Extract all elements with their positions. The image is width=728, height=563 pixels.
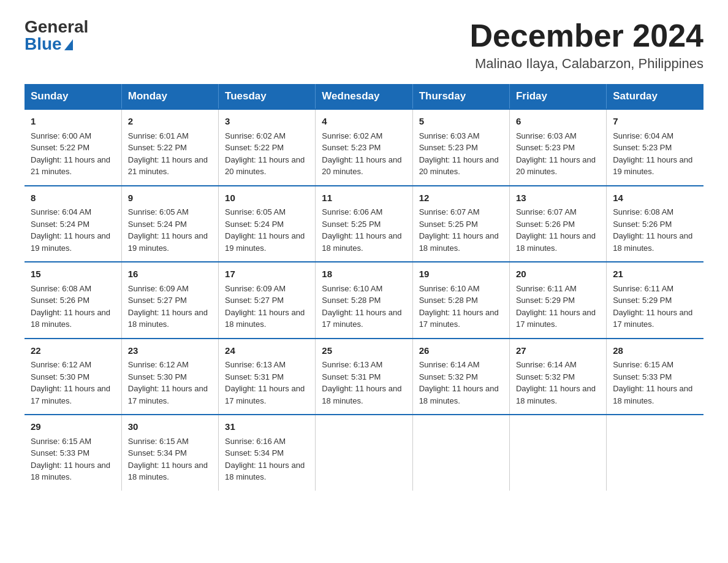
calendar-week-row: 29 Sunrise: 6:15 AMSunset: 5:33 PMDaylig… [25,415,703,491]
calendar-week-row: 15 Sunrise: 6:08 AMSunset: 5:26 PMDaylig… [25,262,703,339]
day-number: 23 [128,344,212,358]
day-info: Sunrise: 6:07 AMSunset: 5:26 PMDaylight:… [516,207,596,253]
calendar-cell: 10 Sunrise: 6:05 AMSunset: 5:24 PMDaylig… [219,186,316,262]
column-header-saturday: Saturday [607,84,703,109]
calendar-cell: 1 Sunrise: 6:00 AMSunset: 5:22 PMDayligh… [25,109,121,186]
day-info: Sunrise: 6:04 AMSunset: 5:24 PMDaylight:… [31,207,110,253]
calendar-cell: 9 Sunrise: 6:05 AMSunset: 5:24 PMDayligh… [121,186,218,262]
logo-general-text: General [25,18,88,36]
calendar-cell: 20 Sunrise: 6:11 AMSunset: 5:29 PMDaylig… [509,262,606,339]
calendar-cell: 13 Sunrise: 6:07 AMSunset: 5:26 PMDaylig… [509,186,606,262]
day-number: 15 [31,267,115,282]
calendar-cell: 25 Sunrise: 6:13 AMSunset: 5:31 PMDaylig… [316,339,412,415]
calendar-cell: 17 Sunrise: 6:09 AMSunset: 5:27 PMDaylig… [219,262,316,339]
day-info: Sunrise: 6:12 AMSunset: 5:30 PMDaylight:… [31,360,110,405]
day-number: 25 [322,344,406,358]
day-number: 22 [31,344,115,358]
day-number: 30 [128,420,212,434]
day-number: 10 [225,191,309,205]
day-info: Sunrise: 6:07 AMSunset: 5:25 PMDaylight:… [419,207,499,253]
day-number: 20 [516,267,600,282]
calendar-cell: 27 Sunrise: 6:14 AMSunset: 5:32 PMDaylig… [509,339,606,415]
day-number: 17 [225,267,309,282]
day-number: 16 [128,267,212,282]
calendar-cell: 14 Sunrise: 6:08 AMSunset: 5:26 PMDaylig… [607,186,703,262]
calendar-cell: 16 Sunrise: 6:09 AMSunset: 5:27 PMDaylig… [121,262,218,339]
day-info: Sunrise: 6:11 AMSunset: 5:29 PMDaylight:… [516,284,596,329]
logo: General Blue [25,18,88,53]
location-subtitle: Malinao Ilaya, Calabarzon, Philippines [469,56,703,72]
calendar-cell: 6 Sunrise: 6:03 AMSunset: 5:23 PMDayligh… [509,109,606,186]
calendar-header-row: SundayMondayTuesdayWednesdayThursdayFrid… [25,84,703,109]
day-info: Sunrise: 6:15 AMSunset: 5:33 PMDaylight:… [31,437,110,482]
day-info: Sunrise: 6:01 AMSunset: 5:22 PMDaylight:… [128,131,208,177]
day-number: 6 [516,115,600,129]
calendar-cell: 3 Sunrise: 6:02 AMSunset: 5:22 PMDayligh… [219,109,316,186]
day-info: Sunrise: 6:05 AMSunset: 5:24 PMDaylight:… [225,207,305,253]
column-header-tuesday: Tuesday [219,84,316,109]
column-header-sunday: Sunday [25,84,121,109]
column-header-wednesday: Wednesday [316,84,412,109]
day-number: 8 [31,191,115,205]
day-info: Sunrise: 6:15 AMSunset: 5:34 PMDaylight:… [128,437,208,482]
day-info: Sunrise: 6:15 AMSunset: 5:33 PMDaylight:… [613,360,692,405]
calendar-cell [316,415,412,491]
day-number: 24 [225,344,309,358]
calendar-cell: 7 Sunrise: 6:04 AMSunset: 5:23 PMDayligh… [607,109,703,186]
day-number: 12 [419,191,503,205]
title-block: December 2024 Malinao Ilaya, Calabarzon,… [469,18,703,72]
calendar-cell: 28 Sunrise: 6:15 AMSunset: 5:33 PMDaylig… [607,339,703,415]
month-title: December 2024 [469,18,703,53]
logo-triangle-icon [64,39,73,50]
day-info: Sunrise: 6:09 AMSunset: 5:27 PMDaylight:… [128,284,208,329]
calendar-cell: 23 Sunrise: 6:12 AMSunset: 5:30 PMDaylig… [121,339,218,415]
calendar-week-row: 8 Sunrise: 6:04 AMSunset: 5:24 PMDayligh… [25,186,703,262]
column-header-friday: Friday [509,84,606,109]
day-info: Sunrise: 6:16 AMSunset: 5:34 PMDaylight:… [225,437,305,482]
day-number: 11 [322,191,406,205]
calendar-week-row: 1 Sunrise: 6:00 AMSunset: 5:22 PMDayligh… [25,109,703,186]
calendar-cell: 4 Sunrise: 6:02 AMSunset: 5:23 PMDayligh… [316,109,412,186]
day-number: 1 [31,115,115,129]
day-number: 19 [419,267,503,282]
calendar-cell: 31 Sunrise: 6:16 AMSunset: 5:34 PMDaylig… [219,415,316,491]
day-number: 31 [225,420,309,434]
calendar-cell: 30 Sunrise: 6:15 AMSunset: 5:34 PMDaylig… [121,415,218,491]
calendar-table: SundayMondayTuesdayWednesdayThursdayFrid… [25,84,703,491]
calendar-cell: 18 Sunrise: 6:10 AMSunset: 5:28 PMDaylig… [316,262,412,339]
day-info: Sunrise: 6:10 AMSunset: 5:28 PMDaylight:… [322,284,401,329]
day-number: 26 [419,344,503,358]
day-number: 5 [419,115,503,129]
day-info: Sunrise: 6:02 AMSunset: 5:22 PMDaylight:… [225,131,305,177]
calendar-cell [607,415,703,491]
day-info: Sunrise: 6:05 AMSunset: 5:24 PMDaylight:… [128,207,208,253]
day-info: Sunrise: 6:14 AMSunset: 5:32 PMDaylight:… [419,360,499,405]
day-info: Sunrise: 6:04 AMSunset: 5:23 PMDaylight:… [613,131,692,177]
day-info: Sunrise: 6:03 AMSunset: 5:23 PMDaylight:… [516,131,596,177]
day-info: Sunrise: 6:11 AMSunset: 5:29 PMDaylight:… [613,284,692,329]
day-info: Sunrise: 6:13 AMSunset: 5:31 PMDaylight:… [225,360,305,405]
calendar-cell: 22 Sunrise: 6:12 AMSunset: 5:30 PMDaylig… [25,339,121,415]
day-info: Sunrise: 6:06 AMSunset: 5:25 PMDaylight:… [322,207,401,253]
day-info: Sunrise: 6:10 AMSunset: 5:28 PMDaylight:… [419,284,499,329]
day-info: Sunrise: 6:09 AMSunset: 5:27 PMDaylight:… [225,284,305,329]
day-number: 28 [613,344,697,358]
day-info: Sunrise: 6:00 AMSunset: 5:22 PMDaylight:… [31,131,110,177]
calendar-week-row: 22 Sunrise: 6:12 AMSunset: 5:30 PMDaylig… [25,339,703,415]
day-number: 2 [128,115,212,129]
day-info: Sunrise: 6:14 AMSunset: 5:32 PMDaylight:… [516,360,596,405]
day-number: 18 [322,267,406,282]
day-number: 4 [322,115,406,129]
day-number: 9 [128,191,212,205]
calendar-cell: 11 Sunrise: 6:06 AMSunset: 5:25 PMDaylig… [316,186,412,262]
column-header-thursday: Thursday [412,84,509,109]
calendar-cell [509,415,606,491]
day-number: 7 [613,115,697,129]
day-info: Sunrise: 6:03 AMSunset: 5:23 PMDaylight:… [419,131,499,177]
day-info: Sunrise: 6:08 AMSunset: 5:26 PMDaylight:… [31,284,110,329]
day-info: Sunrise: 6:02 AMSunset: 5:23 PMDaylight:… [322,131,401,177]
day-number: 13 [516,191,600,205]
calendar-cell: 29 Sunrise: 6:15 AMSunset: 5:33 PMDaylig… [25,415,121,491]
calendar-cell: 15 Sunrise: 6:08 AMSunset: 5:26 PMDaylig… [25,262,121,339]
day-number: 27 [516,344,600,358]
